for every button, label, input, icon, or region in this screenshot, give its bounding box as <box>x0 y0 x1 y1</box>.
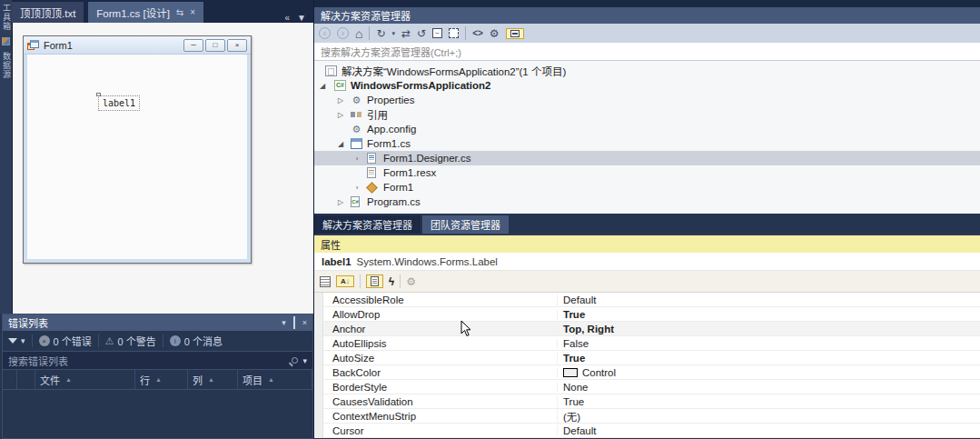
tree-item-programcs[interactable]: ▷ C# Program.cs <box>314 195 980 209</box>
preview-selected-items-toggle[interactable] <box>506 28 524 39</box>
divider <box>163 334 163 347</box>
tree-item-project[interactable]: ◢ C# WindowsFormsApplication2 <box>314 78 980 93</box>
tree-item-properties[interactable]: ▷ ⚙ Properties <box>314 93 980 107</box>
property-value[interactable]: Top, Right <box>557 324 980 334</box>
expander-icon[interactable]: ▷ <box>336 111 345 119</box>
column-header-project[interactable]: 项目 ▲ <box>238 370 312 389</box>
property-grid: AccessibleRole Default AllowDrop True An… <box>314 293 980 438</box>
forward-icon[interactable]: › <box>337 27 349 39</box>
property-value[interactable]: False <box>557 338 980 349</box>
form-minimize-button[interactable]: ─ <box>183 39 203 52</box>
label1-control[interactable]: label1 <box>98 95 140 111</box>
pin-icon[interactable] <box>293 317 295 328</box>
expander-icon[interactable]: ◢ <box>318 82 327 90</box>
events-lightning-icon[interactable]: ϟ <box>389 275 394 288</box>
property-row[interactable]: AutoEllipsis False <box>314 336 980 351</box>
tree-item-label: Form1 <box>383 182 413 193</box>
tree-item-form1cs[interactable]: ◢ Form1.cs <box>314 136 980 151</box>
property-value[interactable]: None <box>557 382 980 393</box>
tree-item-form1-designer[interactable]: › Form1.Designer.cs <box>314 151 980 165</box>
tree-item-form1-class[interactable]: › Form1 <box>314 180 980 195</box>
property-row[interactable]: AutoSize True <box>314 351 980 365</box>
form-maximize-button[interactable]: □ <box>205 39 225 52</box>
collapse-all-icon[interactable]: − <box>432 28 442 38</box>
errors-count-label: 0 个错误 <box>54 334 92 348</box>
tree-item-references[interactable]: ▷ 引用 <box>314 107 980 122</box>
tab-solution-explorer[interactable]: 解决方案资源管理器 <box>314 215 421 234</box>
column-header-category[interactable] <box>17 370 35 389</box>
properties-object-selector[interactable]: label1 System.Windows.Forms.Label <box>314 253 980 271</box>
solution-explorer-toolbar: ‹ › ⌂ ↻ ▾ ⇄ ↺ − <> ⚙ <box>314 24 980 43</box>
solution-explorer-search-input[interactable]: 搜索解决方案资源管理器(Ctrl+;) <box>314 43 980 61</box>
property-row[interactable]: AllowDrop True <box>314 307 980 322</box>
chevron-down-icon[interactable]: ▾ <box>392 27 396 40</box>
tree-item-appconfig[interactable]: ⚙ App.config <box>314 122 980 136</box>
show-all-files-icon[interactable] <box>449 28 459 38</box>
column-header-blank[interactable] <box>3 370 17 389</box>
doc-tab-form1-designer[interactable]: Form1.cs [设计] ⇆ × <box>88 2 203 23</box>
expander-icon[interactable]: ▷ <box>336 96 345 105</box>
refresh-icon[interactable]: ↺ <box>417 27 426 40</box>
expander-icon[interactable]: ◢ <box>336 140 345 148</box>
property-value[interactable]: Control <box>557 367 980 378</box>
right-dock-pane: 解决方案资源管理器 ‹ › ⌂ ↻ ▾ ⇄ ↺ − <> ⚙ 搜索解决方案资源管… <box>314 0 980 439</box>
column-header-col[interactable]: 列 ▲ <box>188 370 238 389</box>
filter-icon[interactable] <box>8 338 17 344</box>
window-menu-icon[interactable]: ▾ <box>282 318 286 327</box>
property-row[interactable]: CausesValidation True <box>314 394 980 409</box>
view-code-icon[interactable]: <> <box>472 27 483 40</box>
property-name: AccessibleRole <box>314 294 557 305</box>
categorized-view-icon[interactable] <box>320 276 331 287</box>
property-value[interactable]: Default <box>557 425 980 436</box>
property-row-backcolor[interactable]: BackColor Control <box>314 365 980 380</box>
property-row-anchor[interactable]: Anchor Top, Right <box>314 322 980 336</box>
errors-count-button[interactable]: × 0 个错误 <box>39 334 92 348</box>
property-pages-wrench-icon[interactable]: ⚙ <box>406 275 416 288</box>
label1-selection-handle[interactable] <box>96 93 101 96</box>
back-icon[interactable]: ‹ <box>319 27 331 39</box>
form-close-button[interactable]: × <box>227 39 247 52</box>
tab-menu-icon[interactable]: ▼ <box>297 13 306 23</box>
property-value[interactable]: Default <box>557 294 980 305</box>
property-row[interactable]: BorderStyle None <box>314 380 980 394</box>
search-dropdown-icon[interactable]: ▾ <box>302 356 307 365</box>
tab-team-explorer[interactable]: 团队资源管理器 <box>422 215 509 234</box>
property-row[interactable]: Cursor Default <box>314 424 980 438</box>
properties-view-toggle[interactable] <box>366 274 383 288</box>
tree-item-solution[interactable]: 解决方案“WindowsFormsApplication2”(1 个项目) <box>314 64 980 78</box>
alphabetical-view-toggle[interactable]: A↓ <box>336 275 354 287</box>
left-dock-strip: 工具箱 数据源 <box>0 0 12 314</box>
column-header-line[interactable]: 行 ▲ <box>135 370 188 389</box>
close-icon[interactable]: × <box>302 318 307 327</box>
solution-icon <box>325 65 337 76</box>
pending-changes-icon[interactable]: ↻ <box>376 27 385 40</box>
divider <box>465 26 466 40</box>
designed-form-window[interactable]: Form1 ─ □ × label1 <box>23 35 252 264</box>
promote-tab-icon[interactable]: ⇆ <box>176 7 183 17</box>
form-client-area[interactable]: label1 <box>27 55 247 259</box>
property-value[interactable]: True <box>557 309 980 320</box>
expander-icon[interactable]: ▷ <box>336 198 345 206</box>
doc-tab-txt[interactable]: 顶顶顶顶.txt <box>12 2 84 23</box>
expander-icon[interactable]: › <box>352 184 361 192</box>
properties-wrench-icon[interactable]: ⚙ <box>490 27 500 40</box>
column-header-file[interactable]: 文件 ▲ <box>35 370 135 389</box>
warnings-count-button[interactable]: ⚠ 0 个警告 <box>105 334 156 348</box>
filter-dropdown-icon[interactable]: ▾ <box>21 336 25 345</box>
tool-window-tab-strip: 解决方案资源管理器 团队资源管理器 <box>314 214 980 234</box>
home-icon[interactable]: ⌂ <box>355 27 362 40</box>
messages-count-button[interactable]: i 0 个消息 <box>170 334 223 348</box>
property-value[interactable]: True <box>557 353 980 364</box>
tab-overflow-icon[interactable]: « <box>285 13 291 23</box>
property-row[interactable]: ContextMenuStrip (无) <box>314 409 980 424</box>
property-value-text: Control <box>582 367 616 378</box>
tree-item-form1-resx[interactable]: Form1.resx <box>314 165 980 180</box>
sort-arrow-icon: ▲ <box>65 376 72 383</box>
property-value[interactable]: True <box>557 396 980 407</box>
property-row[interactable]: AccessibleRole Default <box>314 293 980 307</box>
property-value[interactable]: (无) <box>557 409 980 424</box>
error-list-search-input[interactable]: 搜索错误列表 ▾ <box>3 352 312 370</box>
sync-with-active-document-icon[interactable]: ⇄ <box>401 27 411 40</box>
close-tab-icon[interactable]: × <box>190 7 195 17</box>
expander-icon[interactable]: › <box>352 155 361 163</box>
